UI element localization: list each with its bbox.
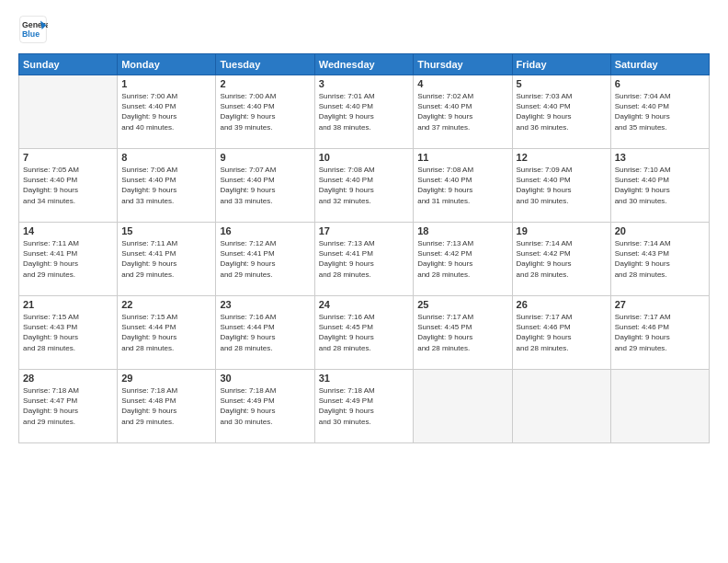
calendar-header-saturday: Saturday [610, 54, 709, 75]
calendar-cell: 3Sunrise: 7:01 AMSunset: 4:40 PMDaylight… [314, 75, 413, 149]
day-number: 3 [319, 78, 409, 89]
calendar-cell: 6Sunrise: 7:04 AMSunset: 4:40 PMDaylight… [610, 75, 709, 149]
day-number: 2 [220, 78, 310, 89]
day-info: Sunrise: 7:18 AMSunset: 4:47 PMDaylight:… [23, 385, 113, 427]
calendar-cell: 9Sunrise: 7:07 AMSunset: 4:40 PMDaylight… [216, 149, 314, 223]
day-number: 21 [23, 299, 113, 310]
calendar-cell [414, 370, 512, 443]
calendar-cell: 11Sunrise: 7:08 AMSunset: 4:40 PMDayligh… [414, 149, 512, 223]
day-number: 19 [517, 225, 607, 236]
day-info: Sunrise: 7:16 AMSunset: 4:45 PMDaylight:… [319, 312, 409, 353]
calendar-cell: 22Sunrise: 7:15 AMSunset: 4:44 PMDayligh… [118, 296, 216, 370]
calendar-cell: 1Sunrise: 7:00 AMSunset: 4:40 PMDaylight… [118, 75, 216, 149]
day-number: 17 [319, 225, 409, 236]
day-info: Sunrise: 7:18 AMSunset: 4:48 PMDaylight:… [121, 385, 211, 427]
day-number: 22 [121, 299, 211, 310]
calendar-cell: 30Sunrise: 7:18 AMSunset: 4:49 PMDayligh… [216, 370, 314, 443]
calendar-cell: 17Sunrise: 7:13 AMSunset: 4:41 PMDayligh… [314, 223, 413, 296]
calendar-cell [610, 370, 709, 443]
calendar-header-thursday: Thursday [414, 54, 512, 75]
day-info: Sunrise: 7:05 AMSunset: 4:40 PMDaylight:… [23, 165, 113, 206]
day-info: Sunrise: 7:02 AMSunset: 4:40 PMDaylight:… [417, 91, 507, 132]
day-info: Sunrise: 7:01 AMSunset: 4:40 PMDaylight:… [319, 91, 409, 132]
day-number: 27 [615, 299, 705, 310]
day-info: Sunrise: 7:11 AMSunset: 4:41 PMDaylight:… [121, 238, 211, 280]
week-row-2: 14Sunrise: 7:11 AMSunset: 4:41 PMDayligh… [19, 223, 710, 296]
calendar-cell: 15Sunrise: 7:11 AMSunset: 4:41 PMDayligh… [118, 223, 216, 296]
calendar-header-tuesday: Tuesday [216, 54, 314, 75]
calendar-cell: 12Sunrise: 7:09 AMSunset: 4:40 PMDayligh… [512, 149, 610, 223]
day-number: 23 [220, 299, 310, 310]
calendar-header-monday: Monday [118, 54, 216, 75]
day-number: 14 [23, 225, 113, 236]
calendar-header-wednesday: Wednesday [314, 54, 413, 75]
day-number: 6 [615, 78, 705, 89]
calendar-cell: 5Sunrise: 7:03 AMSunset: 4:40 PMDaylight… [512, 75, 610, 149]
day-number: 24 [319, 299, 409, 310]
day-info: Sunrise: 7:15 AMSunset: 4:43 PMDaylight:… [23, 312, 113, 353]
day-info: Sunrise: 7:00 AMSunset: 4:40 PMDaylight:… [220, 91, 310, 132]
calendar-cell: 19Sunrise: 7:14 AMSunset: 4:42 PMDayligh… [512, 223, 610, 296]
day-number: 20 [615, 225, 705, 236]
day-number: 30 [220, 373, 310, 384]
day-number: 15 [121, 225, 211, 236]
day-number: 25 [417, 299, 507, 310]
day-number: 4 [417, 78, 507, 89]
calendar-cell: 31Sunrise: 7:18 AMSunset: 4:49 PMDayligh… [314, 370, 413, 443]
svg-text:Blue: Blue [22, 29, 40, 39]
page: General Blue SundayMondayTuesdayWednesda… [0, 0, 728, 563]
calendar: SundayMondayTuesdayWednesdayThursdayFrid… [18, 53, 710, 443]
day-info: Sunrise: 7:16 AMSunset: 4:44 PMDaylight:… [220, 312, 310, 353]
calendar-cell [512, 370, 610, 443]
day-number: 26 [517, 299, 607, 310]
week-row-0: 1Sunrise: 7:00 AMSunset: 4:40 PMDaylight… [19, 75, 710, 149]
calendar-cell: 25Sunrise: 7:17 AMSunset: 4:45 PMDayligh… [414, 296, 512, 370]
calendar-cell: 2Sunrise: 7:00 AMSunset: 4:40 PMDaylight… [216, 75, 314, 149]
day-info: Sunrise: 7:08 AMSunset: 4:40 PMDaylight:… [417, 165, 507, 206]
day-number: 29 [121, 373, 211, 384]
logo-icon: General Blue [18, 15, 48, 44]
day-info: Sunrise: 7:06 AMSunset: 4:40 PMDaylight:… [121, 165, 211, 206]
day-info: Sunrise: 7:10 AMSunset: 4:40 PMDaylight:… [615, 165, 705, 206]
day-number: 7 [23, 152, 113, 163]
day-info: Sunrise: 7:13 AMSunset: 4:41 PMDaylight:… [319, 238, 409, 280]
calendar-cell: 10Sunrise: 7:08 AMSunset: 4:40 PMDayligh… [314, 149, 413, 223]
day-info: Sunrise: 7:17 AMSunset: 4:45 PMDaylight:… [417, 312, 507, 353]
day-number: 16 [220, 225, 310, 236]
week-row-4: 28Sunrise: 7:18 AMSunset: 4:47 PMDayligh… [19, 370, 710, 443]
day-number: 9 [220, 152, 310, 163]
day-number: 1 [121, 78, 211, 89]
day-info: Sunrise: 7:14 AMSunset: 4:43 PMDaylight:… [615, 238, 705, 280]
day-number: 28 [23, 373, 113, 384]
calendar-cell: 14Sunrise: 7:11 AMSunset: 4:41 PMDayligh… [19, 223, 118, 296]
day-number: 10 [319, 152, 409, 163]
week-row-3: 21Sunrise: 7:15 AMSunset: 4:43 PMDayligh… [19, 296, 710, 370]
logo: General Blue [18, 15, 48, 44]
calendar-cell: 24Sunrise: 7:16 AMSunset: 4:45 PMDayligh… [314, 296, 413, 370]
calendar-cell: 27Sunrise: 7:17 AMSunset: 4:46 PMDayligh… [610, 296, 709, 370]
calendar-cell [19, 75, 118, 149]
day-info: Sunrise: 7:14 AMSunset: 4:42 PMDaylight:… [517, 238, 607, 280]
calendar-cell: 28Sunrise: 7:18 AMSunset: 4:47 PMDayligh… [19, 370, 118, 443]
header: General Blue [18, 15, 710, 44]
day-number: 5 [517, 78, 607, 89]
day-info: Sunrise: 7:17 AMSunset: 4:46 PMDaylight:… [615, 312, 705, 353]
calendar-cell: 16Sunrise: 7:12 AMSunset: 4:41 PMDayligh… [216, 223, 314, 296]
day-info: Sunrise: 7:12 AMSunset: 4:41 PMDaylight:… [220, 238, 310, 280]
day-number: 12 [517, 152, 607, 163]
day-info: Sunrise: 7:07 AMSunset: 4:40 PMDaylight:… [220, 165, 310, 206]
calendar-header-row: SundayMondayTuesdayWednesdayThursdayFrid… [19, 54, 710, 75]
day-number: 8 [121, 152, 211, 163]
day-info: Sunrise: 7:09 AMSunset: 4:40 PMDaylight:… [517, 165, 607, 206]
day-info: Sunrise: 7:00 AMSunset: 4:40 PMDaylight:… [121, 91, 211, 132]
day-info: Sunrise: 7:18 AMSunset: 4:49 PMDaylight:… [319, 385, 409, 427]
calendar-cell: 21Sunrise: 7:15 AMSunset: 4:43 PMDayligh… [19, 296, 118, 370]
day-info: Sunrise: 7:17 AMSunset: 4:46 PMDaylight:… [517, 312, 607, 353]
calendar-cell: 7Sunrise: 7:05 AMSunset: 4:40 PMDaylight… [19, 149, 118, 223]
calendar-cell: 26Sunrise: 7:17 AMSunset: 4:46 PMDayligh… [512, 296, 610, 370]
day-info: Sunrise: 7:08 AMSunset: 4:40 PMDaylight:… [319, 165, 409, 206]
calendar-cell: 29Sunrise: 7:18 AMSunset: 4:48 PMDayligh… [118, 370, 216, 443]
calendar-cell: 20Sunrise: 7:14 AMSunset: 4:43 PMDayligh… [610, 223, 709, 296]
day-number: 31 [319, 373, 409, 384]
calendar-cell: 23Sunrise: 7:16 AMSunset: 4:44 PMDayligh… [216, 296, 314, 370]
